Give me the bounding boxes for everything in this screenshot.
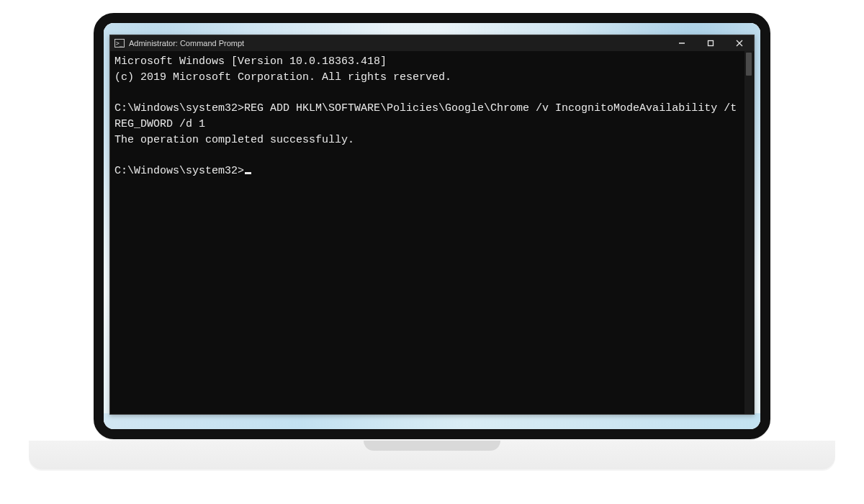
- maximize-button[interactable]: [696, 35, 725, 51]
- terminal-blank-line-2: [114, 148, 750, 164]
- minimize-button[interactable]: [667, 35, 696, 51]
- terminal-body[interactable]: Microsoft Windows [Version 10.0.18363.41…: [110, 51, 754, 414]
- laptop-base: [29, 441, 835, 469]
- laptop-screen: >_ Administrator: Command Prompt: [104, 23, 760, 429]
- terminal-command-line: C:\Windows\system32>REG ADD HKLM\SOFTWAR…: [114, 101, 750, 132]
- terminal-header-line-2: (c) 2019 Microsoft Corporation. All righ…: [114, 70, 750, 86]
- close-button[interactable]: [725, 35, 754, 51]
- vertical-scrollbar[interactable]: [744, 51, 753, 414]
- terminal-cursor: [245, 172, 251, 174]
- svg-rect-3: [708, 41, 714, 46]
- command-prompt-window: >_ Administrator: Command Prompt: [109, 35, 755, 415]
- window-titlebar[interactable]: >_ Administrator: Command Prompt: [110, 35, 754, 51]
- stage: >_ Administrator: Command Prompt: [0, 0, 864, 504]
- terminal-current-prompt-line: C:\Windows\system32>: [114, 163, 750, 179]
- scrollbar-thumb[interactable]: [746, 53, 752, 76]
- laptop-frame: >_ Administrator: Command Prompt: [94, 13, 770, 439]
- svg-text:>_: >_: [116, 40, 123, 47]
- terminal-header-line-1: Microsoft Windows [Version 10.0.18363.41…: [114, 54, 750, 70]
- terminal-result-line: The operation completed successfully.: [114, 132, 750, 148]
- terminal-blank-line: [114, 86, 750, 102]
- laptop-hinge-notch: [364, 441, 500, 451]
- command-prompt-icon: >_: [114, 39, 125, 48]
- terminal-prompt-2: C:\Windows\system32>: [114, 165, 244, 177]
- terminal-prompt-1: C:\Windows\system32>: [114, 102, 244, 114]
- window-title: Administrator: Command Prompt: [129, 39, 244, 48]
